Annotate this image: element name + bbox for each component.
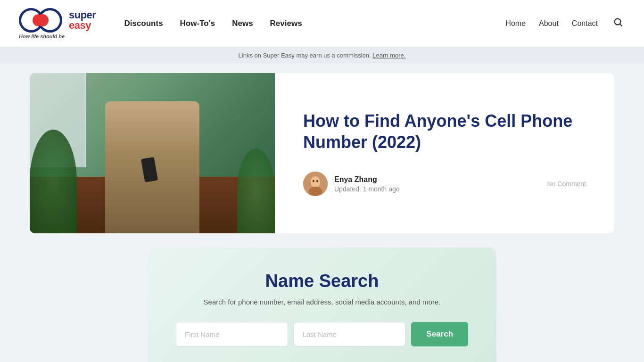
search-form: Search xyxy=(176,322,468,346)
author-name: Enya Zhang xyxy=(334,175,400,184)
search-widget-title: Name Search xyxy=(176,271,468,291)
search-widget-description: Search for phone number, email address, … xyxy=(176,298,468,306)
svg-point-4 xyxy=(309,187,322,196)
photo-plant-left xyxy=(30,130,77,233)
author-area: Enya Zhang Updated: 1 month ago xyxy=(303,172,400,196)
article-meta: Enya Zhang Updated: 1 month ago No Comme… xyxy=(303,172,586,196)
logo-circle-right xyxy=(38,8,62,33)
avatar xyxy=(303,172,328,196)
comment-count: No Comment xyxy=(547,180,586,188)
site-header: super easy How life should be Discounts … xyxy=(0,0,644,47)
header-left: super easy How life should be Discounts … xyxy=(19,8,302,39)
avatar-image xyxy=(303,172,328,196)
article-info: How to Find Anyone's Cell Phone Number (… xyxy=(275,87,614,220)
first-name-input[interactable] xyxy=(176,322,288,346)
search-icon xyxy=(613,17,623,27)
logo-dot-right xyxy=(36,14,49,26)
logo-graphic: super easy xyxy=(19,8,96,33)
logo-name: super easy xyxy=(69,10,96,31)
logo-text: super easy xyxy=(69,10,96,31)
search-widget: Name Search Search for phone number, ema… xyxy=(148,247,496,362)
author-details: Enya Zhang Updated: 1 month ago xyxy=(334,175,400,193)
logo-tagline: How life should be xyxy=(19,33,65,39)
main-nav: Discounts How-To's News Reviews xyxy=(124,19,302,28)
nav-item-reviews[interactable]: Reviews xyxy=(270,19,302,28)
logo-easy: easy xyxy=(69,19,91,31)
article-title: How to Find Anyone's Cell Phone Number (… xyxy=(303,110,586,153)
nav-item-home[interactable]: Home xyxy=(505,19,526,28)
nav-item-discounts[interactable]: Discounts xyxy=(124,19,163,28)
svg-point-6 xyxy=(316,180,318,182)
photo-plant-right xyxy=(237,148,275,233)
nav-item-news[interactable]: News xyxy=(232,19,253,28)
svg-line-1 xyxy=(620,24,622,26)
svg-point-5 xyxy=(313,180,314,182)
header-search-button[interactable] xyxy=(611,15,625,32)
nav-item-howtos[interactable]: How-To's xyxy=(180,19,215,28)
svg-point-3 xyxy=(311,176,320,188)
main-content: How to Find Anyone's Cell Phone Number (… xyxy=(16,64,628,362)
header-right: Home About Contact xyxy=(505,15,625,32)
article-card: How to Find Anyone's Cell Phone Number (… xyxy=(30,73,614,233)
commission-bar: Links on Super Easy may earn us a commis… xyxy=(0,47,644,64)
last-name-input[interactable] xyxy=(294,322,406,346)
search-button[interactable]: Search xyxy=(411,322,468,346)
nav-item-about[interactable]: About xyxy=(539,19,559,28)
nav-item-contact[interactable]: Contact xyxy=(572,19,598,28)
author-updated: Updated: 1 month ago xyxy=(334,185,400,193)
learn-more-link[interactable]: Learn more. xyxy=(372,52,405,59)
article-image xyxy=(30,73,275,233)
logo[interactable]: super easy How life should be xyxy=(19,8,96,39)
logo-circles xyxy=(19,8,62,33)
